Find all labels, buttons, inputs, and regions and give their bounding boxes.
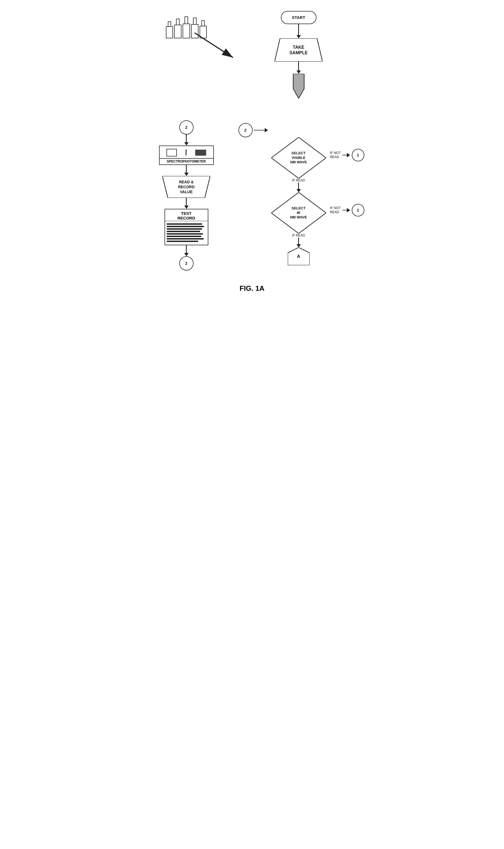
connector-1b: 1 xyxy=(352,204,364,216)
select-visible-node: SELECTVISIBLENM WAVE xyxy=(271,137,326,178)
flowchart-diagram: START TAKESAMPLE xyxy=(132,11,373,293)
start-node: START xyxy=(281,11,317,24)
terminal-a-node: A xyxy=(288,247,310,265)
select-ir-node: SELECTIRNM WAVE xyxy=(271,192,326,233)
page: START TAKESAMPLE xyxy=(126,0,378,849)
bottles-group xyxy=(166,16,207,38)
connector-2-top: 2 xyxy=(179,120,194,135)
test-record-node: TESTRECORD xyxy=(164,209,208,245)
connector-1a: 1 xyxy=(352,149,364,161)
take-sample-node: TAKESAMPLE xyxy=(275,38,323,62)
svg-marker-3 xyxy=(293,74,304,98)
sample-vial-shape xyxy=(290,74,307,98)
figure-label: FIG. 1A xyxy=(239,284,265,293)
connector-2-mid: 2 xyxy=(238,123,253,137)
read-record-node: READ &RECORDVALUE xyxy=(162,176,210,198)
spectrophotometer-node: / SPECTROPHOTOMETER xyxy=(159,145,214,165)
connector-2-bottom: 2 xyxy=(179,256,194,271)
